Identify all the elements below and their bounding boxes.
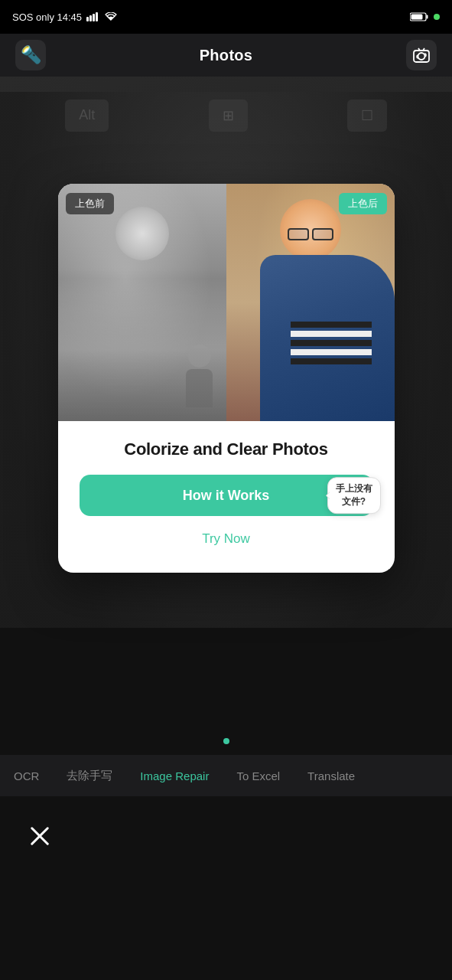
stripe: [291, 358, 372, 364]
bg-key-win: ⊞: [209, 100, 248, 132]
bulb-icon: 🔦: [21, 45, 41, 65]
try-now-button[interactable]: Try Now: [80, 527, 373, 551]
stripe: [291, 322, 372, 328]
stripe: [291, 331, 372, 337]
tab-translate[interactable]: Translate: [294, 755, 369, 796]
bulb-button[interactable]: 🔦: [15, 40, 46, 70]
tab-ocr[interactable]: OCR: [0, 755, 53, 796]
page-indicator: [0, 733, 452, 747]
tab-handwriting[interactable]: 去除手写: [53, 755, 126, 796]
wifi-icon: [105, 12, 117, 21]
face-bw: [115, 207, 169, 260]
close-icon: [28, 824, 52, 848]
bg-keys: Alt ⊞ ☐: [0, 100, 452, 132]
tab-to-excel[interactable]: To Excel: [223, 755, 294, 796]
label-before: 上色前: [66, 193, 114, 214]
lens-left: [288, 228, 309, 240]
card-title: Colorize and Clear Photos: [80, 439, 373, 459]
svg-rect-1: [89, 15, 92, 21]
active-dot: [223, 738, 229, 744]
how-it-works-button[interactable]: How it Works 手上没有 文件?: [80, 475, 373, 516]
svg-point-8: [418, 53, 424, 60]
glasses: [284, 228, 337, 240]
bottom-area: OCR 去除手写 Image Repair To Excel Translate: [0, 733, 452, 796]
tab-image-repair[interactable]: Image Repair: [126, 755, 223, 796]
tab-bar: OCR 去除手写 Image Repair To Excel Translate: [0, 755, 452, 796]
svg-rect-6: [411, 15, 423, 20]
status-right: [410, 12, 440, 21]
label-after: 上色后: [339, 193, 387, 214]
child-head: [188, 345, 211, 368]
camera-flip-icon: [412, 47, 431, 64]
speech-bubble: 手上没有 文件?: [327, 477, 381, 514]
stripe: [291, 340, 372, 346]
stripe: [291, 349, 372, 355]
battery-icon: [410, 12, 429, 21]
speech-line2: 文件?: [342, 496, 366, 507]
card-content: Colorize and Clear Photos How it Works 手…: [58, 421, 395, 573]
photo-before: 上色前: [58, 184, 226, 421]
bottom-actions: [0, 796, 452, 980]
photo-after: 上色后: [226, 184, 395, 421]
child-figure: [180, 345, 219, 406]
close-button[interactable]: [23, 819, 57, 853]
svg-rect-3: [96, 12, 98, 21]
status-bar: SOS only 14:45: [0, 0, 452, 34]
photo-compare: 上色前 上色后: [58, 184, 395, 421]
status-left: SOS only 14:45: [12, 11, 117, 23]
svg-rect-5: [427, 15, 428, 19]
child-body: [186, 369, 213, 407]
bg-key-alt: Alt: [65, 100, 109, 132]
speech-line1: 手上没有: [336, 483, 372, 494]
primary-button-label: How it Works: [183, 488, 270, 504]
nav-bar: 🔦 Photos: [0, 34, 452, 77]
svg-rect-2: [93, 14, 95, 21]
page-title: Photos: [200, 47, 253, 64]
signal-icon: [86, 12, 100, 21]
svg-rect-0: [86, 17, 89, 21]
status-text: SOS only 14:45: [12, 11, 82, 23]
bg-key-other: ☐: [347, 100, 387, 132]
stripes: [291, 322, 372, 383]
lens-right: [312, 228, 333, 240]
signal-dot: [434, 14, 440, 20]
jacket: [260, 255, 395, 421]
modal-card: 上色前 上色后 Colorize and Clear Photos: [58, 184, 395, 573]
camera-flip-button[interactable]: [406, 40, 437, 70]
